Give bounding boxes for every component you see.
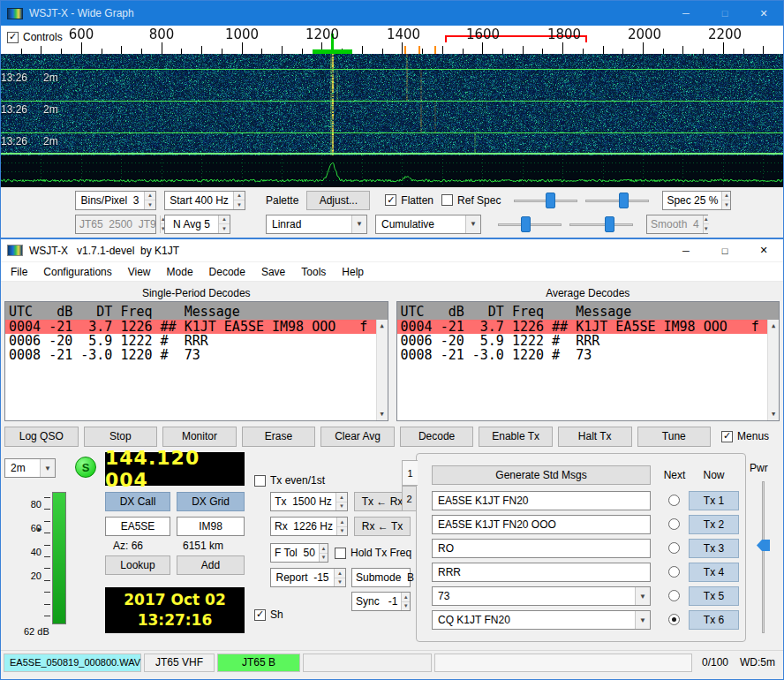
close-icon[interactable]: ✕ <box>744 239 783 261</box>
tx-3-button[interactable]: Tx 3 <box>689 539 739 558</box>
tx-6-button[interactable]: Tx 6 <box>689 610 739 630</box>
waterfall[interactable]: 13:26 2m 13:26 2m 13:26 2m <box>1 54 783 155</box>
checkbox-checked-icon[interactable] <box>254 609 266 621</box>
decode-row[interactable]: 0004 -21 3.7 1226 ## K1JT EA5SE IM98 OOO… <box>397 320 780 334</box>
dx-grid-field[interactable]: IM98 <box>177 517 245 536</box>
spectrum-gain-slider[interactable] <box>498 215 562 234</box>
waterfall-canvas[interactable] <box>1 54 783 155</box>
dx-call-button[interactable]: DX Call <box>105 492 170 511</box>
spin-up-icon[interactable]: ▲ <box>402 593 410 602</box>
chevron-down-icon[interactable]: ▼ <box>465 215 480 233</box>
band-combo[interactable]: 2m ▼ <box>4 458 56 478</box>
menus-checkbox[interactable]: Menus <box>721 430 780 442</box>
adjust-palette-button[interactable]: Adjust... <box>306 191 370 210</box>
tx-even-checkbox[interactable]: Tx even/1st <box>254 474 325 487</box>
menu-decode[interactable]: Decode <box>201 262 253 281</box>
next-radio-4[interactable] <box>668 566 680 578</box>
menu-tools[interactable]: Tools <box>293 262 334 281</box>
scroll-down-icon[interactable]: ▼ <box>772 411 775 418</box>
stop-button[interactable]: Stop <box>84 427 158 447</box>
minimize-icon[interactable]: ─ <box>667 239 705 261</box>
spin-up-icon[interactable]: ▲ <box>335 569 345 578</box>
report-spinner[interactable]: Report -15 ▲▼ <box>270 568 346 587</box>
bins-per-pixel-spinner[interactable]: Bins/Pixel 3 ▲▼ <box>75 191 156 210</box>
hold-tx-freq-checkbox[interactable]: Hold Tx Freq <box>335 547 411 559</box>
maximize-icon[interactable]: □ <box>705 1 744 26</box>
tx-5-button[interactable]: Tx 5 <box>689 586 739 606</box>
slider-handle[interactable] <box>546 193 555 208</box>
tx-2-button[interactable]: Tx 2 <box>689 515 739 534</box>
enable-tx-button[interactable]: Enable Tx <box>479 427 553 447</box>
decode-row[interactable]: 0006 -20 5.9 1222 # RRR <box>5 334 388 348</box>
spec-percent-spinner[interactable]: Spec 25 % ▲▼ <box>662 191 731 210</box>
spin-down-icon[interactable]: ▼ <box>337 527 347 536</box>
waterfall-zero-slider[interactable] <box>585 191 649 210</box>
spin-down-icon[interactable]: ▼ <box>722 200 730 209</box>
chevron-down-icon[interactable]: ▼ <box>40 459 55 477</box>
next-radio-3[interactable] <box>668 542 680 554</box>
spin-down-icon[interactable]: ▼ <box>402 602 410 611</box>
spin-up-icon[interactable]: ▲ <box>219 215 230 225</box>
decode-row[interactable]: 0006 -20 5.9 1222 # RRR <box>397 334 780 348</box>
menu-view[interactable]: View <box>120 262 159 281</box>
slider-handle[interactable] <box>619 193 629 208</box>
spin-down-icon[interactable]: ▼ <box>335 578 345 587</box>
slider-handle[interactable] <box>605 216 614 232</box>
rx-from-tx-button[interactable]: Rx ← Tx <box>354 517 411 536</box>
decode-button[interactable]: Decode <box>400 427 474 447</box>
decode-row[interactable]: 0004 -21 3.7 1226 ## K1JT EA5SE IM98 OOO… <box>5 320 388 334</box>
flatten-checkbox[interactable]: Flatten <box>385 194 433 207</box>
palette-combo[interactable]: Linrad ▼ <box>266 215 367 234</box>
decode-row[interactable]: 0008 -21 -3.0 1220 # 73 <box>5 348 388 362</box>
scroll-down-icon[interactable]: ▼ <box>380 411 383 418</box>
sync-spinner[interactable]: Sync -1 ▲▼ <box>351 592 411 611</box>
checkbox-unchecked-icon[interactable] <box>254 475 266 487</box>
dx-call-field[interactable]: EA5SE <box>105 517 170 536</box>
checkbox-checked-icon[interactable] <box>7 32 19 43</box>
checkbox-unchecked-icon[interactable] <box>441 194 453 206</box>
checkbox-unchecked-icon[interactable] <box>335 548 346 559</box>
scrollbar[interactable]: ▲ ▼ <box>376 320 388 420</box>
spectrum-zero-slider[interactable] <box>569 215 633 234</box>
checkbox-checked-icon[interactable] <box>721 431 733 442</box>
monitor-button[interactable]: Monitor <box>162 427 237 447</box>
add-button[interactable]: Add <box>177 555 245 575</box>
pwr-slider[interactable] <box>755 481 771 633</box>
chevron-down-icon[interactable]: ▼ <box>635 611 650 629</box>
rx-freq-spinner[interactable]: Rx 1226 Hz ▲▼ <box>270 517 348 536</box>
spin-up-icon[interactable]: ▲ <box>234 192 245 201</box>
spin-up-icon[interactable]: ▲ <box>320 544 328 554</box>
controls-checkbox[interactable]: Controls <box>7 31 66 43</box>
clear-avg-button[interactable]: Clear Avg <box>320 427 395 447</box>
sh-checkbox[interactable]: Sh <box>254 608 283 621</box>
checkbox-checked-icon[interactable] <box>385 194 396 206</box>
display-mode-combo[interactable]: Cumulative ▼ <box>375 215 481 234</box>
chevron-down-icon[interactable]: ▼ <box>351 215 366 233</box>
next-radio-1[interactable] <box>668 495 680 506</box>
decode-row[interactable]: 0008 -21 -3.0 1220 # 73 <box>397 348 780 362</box>
tx-message-4-field[interactable]: RRR <box>432 563 651 582</box>
tx-4-button[interactable]: Tx 4 <box>689 563 739 582</box>
spin-down-icon[interactable]: ▼ <box>145 200 155 209</box>
start-freq-spinner[interactable]: Start 400 Hz ▲▼ <box>164 191 245 210</box>
spin-down-icon[interactable]: ▼ <box>320 554 328 563</box>
tx-message-5-combo[interactable]: 73 ▼ <box>432 586 651 606</box>
tx-message-2-field[interactable]: EA5SE K1JT FN20 OOO <box>432 515 651 534</box>
tx-message-6-combo[interactable]: CQ K1JT FN20 ▼ <box>432 610 651 630</box>
dx-grid-button[interactable]: DX Grid <box>177 492 245 511</box>
waterfall-gain-slider[interactable] <box>514 191 577 210</box>
chevron-down-icon[interactable]: ▼ <box>635 587 650 605</box>
submode-spinner[interactable]: Submode B ▲▼ <box>351 568 411 587</box>
menu-save[interactable]: Save <box>253 262 293 281</box>
menu-help[interactable]: Help <box>334 262 372 281</box>
lookup-button[interactable]: Lookup <box>105 555 170 575</box>
close-icon[interactable]: ✕ <box>744 1 783 26</box>
tab-messages-1[interactable]: 1 <box>402 460 418 486</box>
tx-1-button[interactable]: Tx 1 <box>689 491 739 510</box>
halt-tx-button[interactable]: Halt Tx <box>558 427 632 447</box>
scrollbar[interactable]: ▲ ▼ <box>767 320 779 420</box>
tx-message-1-field[interactable]: EA5SE K1JT FN20 <box>432 491 651 510</box>
spin-up-icon[interactable]: ▲ <box>145 192 155 201</box>
spin-down-icon[interactable]: ▼ <box>234 200 245 209</box>
spin-up-icon[interactable]: ▲ <box>722 192 730 201</box>
